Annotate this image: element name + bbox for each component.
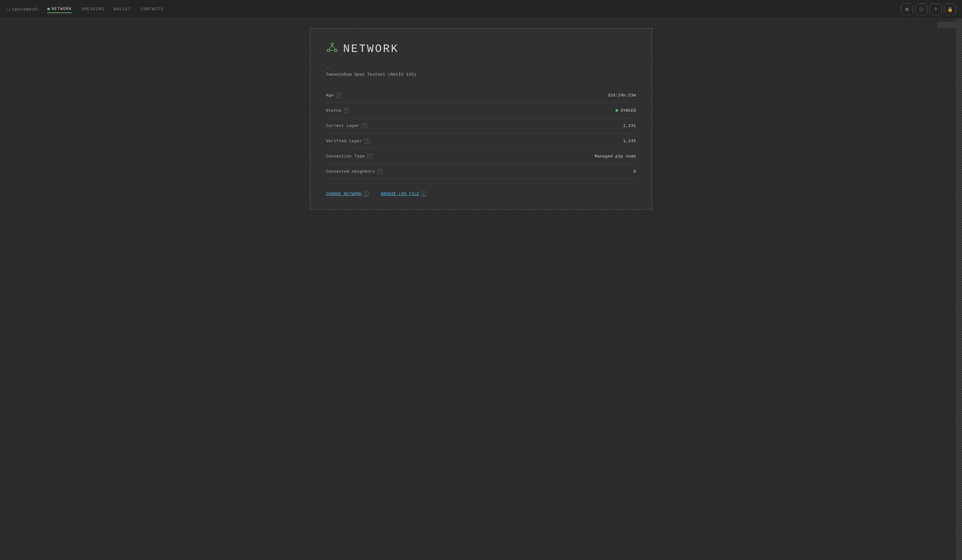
- network-status-dot: [47, 8, 50, 10]
- svg-point-1: [327, 49, 330, 51]
- connection-type-value: Managed p2p node: [595, 154, 636, 159]
- side-decoration: [956, 19, 962, 560]
- change-network-help-icon[interactable]: ?: [364, 191, 369, 196]
- nav-icon-buttons: ⚙ ⬡ ? 🔒: [901, 3, 956, 15]
- panel-header: NETWORK: [326, 41, 636, 56]
- nav-wallet-label: WALLET: [114, 7, 131, 11]
- current-layer-help-icon[interactable]: ?: [362, 123, 367, 128]
- main-content: NETWORK -- TweedleDum Open Testnet (NetI…: [0, 19, 962, 219]
- nav-item-smeshing[interactable]: SMESHING: [81, 6, 104, 13]
- age-value: 32d:24h:23m: [608, 93, 636, 98]
- logo-text: spacemesh: [11, 7, 38, 12]
- lock-icon: 🔒: [947, 7, 953, 12]
- help-icon: ?: [934, 7, 937, 12]
- panel-actions: CHANGE NETWORK ? BROWSE LOG FILE ?: [326, 191, 636, 196]
- current-layer-label: Current Layer ?: [326, 123, 367, 128]
- connected-neighbors-label: Connected neighbors ?: [326, 169, 383, 174]
- status-label: Status ?: [326, 108, 349, 113]
- svg-line-3: [329, 45, 332, 50]
- change-network-link[interactable]: CHANGE NETWORK ?: [326, 191, 369, 196]
- panel-network-name: TweedleDum Open Testnet (NetId 133): [326, 72, 636, 77]
- settings-button[interactable]: ⚙: [901, 3, 913, 15]
- network-panel: NETWORK -- TweedleDum Open Testnet (NetI…: [310, 28, 652, 210]
- navbar: ⬡ spacemesh NETWORK SMESHING WALLET CONT…: [0, 0, 962, 19]
- node-icon: ⬡: [919, 7, 923, 12]
- network-hub-icon: [326, 41, 338, 56]
- nav-smeshing-label: SMESHING: [81, 7, 104, 11]
- nav-contacts-label: CONTACTS: [140, 7, 163, 11]
- age-label: Age ?: [326, 93, 341, 98]
- panel-title: NETWORK: [343, 43, 399, 55]
- logo-icon: ⬡: [6, 6, 10, 12]
- nav-item-wallet[interactable]: WALLET: [114, 6, 131, 13]
- svg-line-4: [332, 45, 335, 50]
- verified-layer-value: 1,245: [623, 139, 636, 143]
- settings-icon: ⚙: [905, 7, 909, 12]
- info-row-connected-neighbors: Connected neighbors ? 8: [326, 164, 636, 179]
- info-row-status: Status ? SYNCED: [326, 103, 636, 118]
- svg-point-0: [331, 43, 333, 45]
- node-button[interactable]: ⬡: [915, 3, 927, 15]
- nav-item-network[interactable]: NETWORK: [47, 5, 72, 13]
- nav-item-contacts[interactable]: CONTACTS: [140, 6, 163, 13]
- nav-network-label: NETWORK: [52, 6, 72, 11]
- status-help-icon[interactable]: ?: [344, 108, 349, 113]
- svg-point-2: [335, 49, 337, 51]
- panel-subtitle: --: [326, 66, 636, 71]
- connected-neighbors-value: 8: [634, 169, 636, 174]
- lock-button[interactable]: 🔒: [944, 3, 956, 15]
- info-row-connection-type: Connection Type ? Managed p2p node: [326, 149, 636, 164]
- help-button[interactable]: ?: [930, 3, 941, 15]
- verified-layer-label: Verified Layer ?: [326, 138, 370, 143]
- connection-type-help-icon[interactable]: ?: [367, 154, 372, 159]
- app-logo: ⬡ spacemesh: [6, 6, 38, 12]
- current-layer-value: 1,231: [623, 124, 636, 128]
- info-row-age: Age ? 32d:24h:23m: [326, 88, 636, 103]
- browse-log-link[interactable]: BROWSE LOG FILE ?: [381, 191, 426, 196]
- info-row-verified-layer: Verified Layer ? 1,245: [326, 134, 636, 149]
- status-value: SYNCED: [615, 108, 636, 113]
- corner-decoration: [937, 22, 956, 28]
- connection-type-label: Connection Type ?: [326, 154, 372, 159]
- nav-items: NETWORK SMESHING WALLET CONTACTS: [47, 5, 901, 13]
- synced-dot: [615, 109, 618, 112]
- connected-neighbors-help-icon[interactable]: ?: [378, 169, 383, 174]
- age-help-icon[interactable]: ?: [336, 93, 341, 98]
- info-row-current-layer: Current Layer ? 1,231: [326, 118, 636, 134]
- verified-layer-help-icon[interactable]: ?: [365, 138, 370, 143]
- browse-log-help-icon[interactable]: ?: [421, 191, 426, 196]
